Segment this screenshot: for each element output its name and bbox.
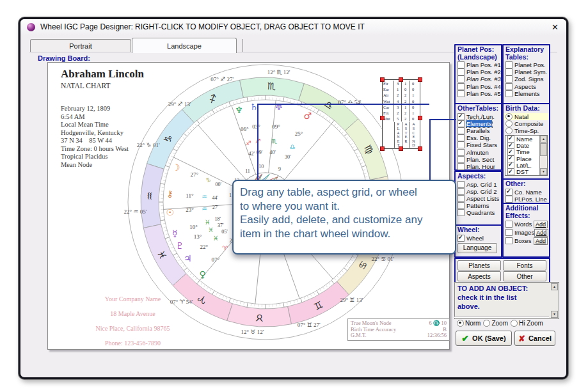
checkbox-row-plan-pos-2[interactable]: Plan Pos. #2 bbox=[456, 68, 501, 75]
checkbox-row-plan-sect[interactable]: Plan. Sect bbox=[456, 156, 501, 163]
checkbox[interactable] bbox=[457, 235, 465, 242]
checkbox-row-plan-pos-4[interactable]: Plan Pos. #4 bbox=[456, 83, 501, 90]
notice-scroll-up-icon[interactable]: ▲ bbox=[551, 283, 558, 290]
ok-save-button[interactable]: ✔OK (Save) bbox=[456, 331, 512, 346]
add-images-button[interactable]: Add bbox=[534, 229, 548, 237]
checkbox[interactable] bbox=[457, 156, 465, 163]
checkbox-row-fixed-stars[interactable]: Fixed Stars bbox=[456, 141, 501, 148]
other-button[interactable]: Other bbox=[503, 271, 546, 281]
checkbox[interactable] bbox=[457, 90, 465, 97]
selection-handle[interactable] bbox=[380, 77, 385, 82]
add-words-button[interactable]: Add bbox=[534, 221, 548, 228]
checkbox-row-ess-dig[interactable]: Ess. Dig. bbox=[456, 134, 501, 141]
selection-handle[interactable] bbox=[399, 146, 403, 151]
checkbox[interactable] bbox=[457, 195, 465, 202]
selection-handle[interactable] bbox=[399, 77, 403, 82]
checkbox[interactable] bbox=[457, 75, 465, 82]
checkbox[interactable] bbox=[457, 113, 465, 120]
checkbox[interactable] bbox=[505, 68, 513, 75]
checkbox[interactable] bbox=[457, 202, 465, 209]
checkbox[interactable] bbox=[457, 127, 465, 134]
radio[interactable] bbox=[505, 120, 513, 127]
listbox-scrollbar[interactable]: ▲ ▼ bbox=[539, 136, 547, 175]
radio-norm[interactable] bbox=[457, 320, 464, 327]
checkbox-row-exp-zod-signs[interactable]: Zod. Signs bbox=[504, 75, 549, 82]
checkbox[interactable] bbox=[457, 188, 465, 195]
checkbox-row-aspect-lists[interactable]: Aspect Lists bbox=[456, 195, 501, 202]
cancel-button[interactable]: ✘Cancel bbox=[514, 331, 555, 346]
selection-handle[interactable] bbox=[418, 77, 422, 82]
checkbox-row-wheel[interactable]: Wheel bbox=[456, 235, 501, 242]
checkbox-row-patterns[interactable]: Patterns bbox=[456, 202, 501, 209]
checkbox-row-words[interactable]: WordsAdd bbox=[504, 220, 549, 228]
language-button[interactable]: Language bbox=[457, 243, 497, 253]
checkbox[interactable] bbox=[457, 61, 465, 68]
selection-handle[interactable] bbox=[418, 146, 422, 151]
checkbox[interactable] bbox=[457, 181, 465, 188]
radio-row-natal[interactable]: Natal bbox=[504, 113, 549, 120]
checkbox-row-boxes[interactable]: BoxesAdd bbox=[504, 237, 549, 245]
radio[interactable] bbox=[505, 113, 513, 120]
checkbox-row-co-name[interactable]: Co. Name bbox=[504, 189, 549, 196]
selection-handle[interactable] bbox=[380, 116, 385, 120]
checkbox-row-images[interactable]: ImagesAdd bbox=[504, 228, 549, 237]
elements-table[interactable]: Fir310Ear100Air221Wat420Car310Fix221Mut5… bbox=[382, 79, 420, 149]
radio-row-time-sp[interactable]: Time-Sp. bbox=[504, 127, 549, 134]
tab-landscape[interactable]: Landscape bbox=[132, 38, 237, 53]
checkbox-row-asp-grid-1[interactable]: Asp. Grid 1 bbox=[456, 181, 501, 188]
checkbox[interactable] bbox=[457, 120, 465, 127]
tab-portrait[interactable]: Portrait bbox=[30, 39, 131, 52]
checkbox[interactable] bbox=[457, 68, 465, 75]
title-bar[interactable]: Wheel IGC Page Designer: RIGHT-CLICK TO … bbox=[20, 19, 566, 35]
house-number: 10 bbox=[258, 164, 264, 169]
checkbox-row-quadrants[interactable]: Quadrants bbox=[456, 209, 501, 216]
checkbox[interactable] bbox=[457, 141, 465, 148]
scroll-thumb[interactable] bbox=[540, 143, 547, 156]
checkbox[interactable] bbox=[505, 229, 513, 236]
checkbox[interactable] bbox=[457, 163, 465, 170]
planets-button[interactable]: Planets bbox=[457, 260, 501, 270]
checkbox[interactable] bbox=[505, 196, 513, 203]
radio-row-composite[interactable]: Composite bbox=[504, 120, 549, 127]
radio-zoom[interactable] bbox=[483, 320, 490, 327]
checkbox[interactable] bbox=[457, 134, 465, 141]
checkbox[interactable] bbox=[505, 83, 513, 90]
checkbox-row-elements[interactable]: Elements bbox=[456, 120, 501, 127]
checkbox[interactable] bbox=[505, 61, 513, 68]
checkbox-row-tech-lun[interactable]: Tech./Lun. bbox=[456, 113, 501, 120]
checkbox[interactable] bbox=[505, 221, 513, 228]
checkbox[interactable] bbox=[505, 90, 513, 97]
selection-handle[interactable] bbox=[418, 116, 422, 120]
checkbox-row-plan-hour[interactable]: Plan. Hour bbox=[456, 163, 501, 170]
birth-fields-listbox[interactable]: Name Date Time Place Lat/L. DST ▲ ▼ bbox=[505, 135, 548, 176]
checkbox-row-exp-planet-sym[interactable]: Planet Sym. bbox=[504, 68, 549, 75]
fonts-button[interactable]: Fonts bbox=[503, 260, 546, 270]
checkbox[interactable] bbox=[457, 149, 465, 156]
checkbox[interactable] bbox=[507, 168, 514, 175]
add-boxes-button[interactable]: Add bbox=[534, 237, 548, 245]
scroll-down-icon[interactable]: ▼ bbox=[540, 168, 547, 175]
radio-hi-zoom[interactable] bbox=[511, 320, 518, 327]
checkbox-row-asp-grid-2[interactable]: Asp. Grid 2 bbox=[456, 188, 501, 195]
radio[interactable] bbox=[505, 127, 513, 134]
planet-sun: ☉23°♒27' bbox=[166, 205, 219, 217]
checkbox-row-plan-pos-5[interactable]: Plan Pos. #5 bbox=[456, 90, 501, 97]
selection-handle[interactable] bbox=[380, 146, 385, 151]
aspects-button[interactable]: Aspects bbox=[457, 271, 501, 281]
checkbox-row-exp-planet-pos[interactable]: Planet Pos. bbox=[504, 61, 549, 68]
checkbox[interactable] bbox=[457, 209, 465, 216]
checkbox-row-almuten[interactable]: Almuten bbox=[456, 148, 501, 155]
notice-scroll-down-icon[interactable]: ▼ bbox=[551, 311, 558, 318]
close-icon[interactable]: ✕ bbox=[549, 22, 561, 32]
checkbox-row-parallels[interactable]: Parallels bbox=[456, 127, 501, 134]
scroll-up-icon[interactable]: ▲ bbox=[540, 136, 547, 143]
checkbox-row-exp-elements[interactable]: Elements bbox=[504, 90, 549, 97]
checkbox[interactable] bbox=[505, 189, 513, 196]
checkbox-row-plan-pos-3[interactable]: Plan Pos. #3 bbox=[456, 75, 501, 82]
checkbox-row-exp-aspects[interactable]: Aspects bbox=[504, 83, 549, 90]
checkbox-row-plan-pos-1[interactable]: Plan Pos. #1 bbox=[456, 61, 501, 68]
checkbox-row-pl-pos-line[interactable]: Pl.Pos. Line bbox=[504, 196, 549, 203]
checkbox[interactable] bbox=[505, 75, 513, 82]
checkbox[interactable] bbox=[505, 237, 513, 244]
checkbox[interactable] bbox=[457, 83, 465, 90]
